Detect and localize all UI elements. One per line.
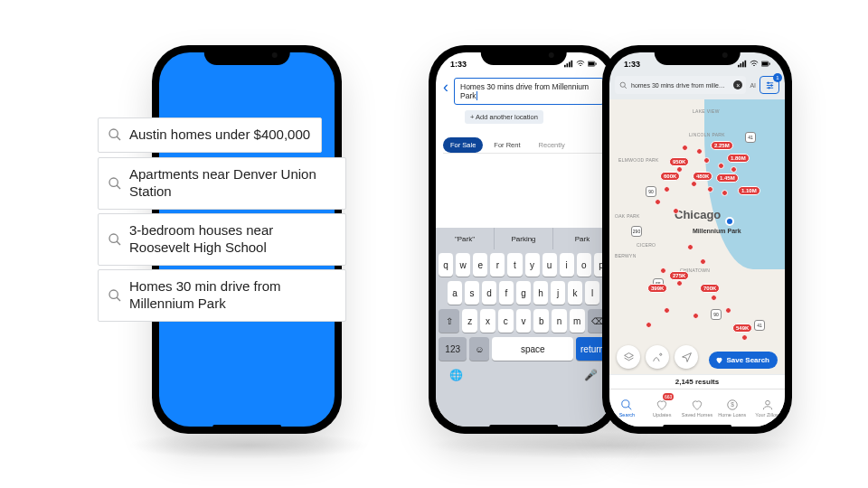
status-time: 1:33	[450, 60, 467, 69]
listing-dot[interactable]	[676, 280, 683, 286]
layers-button[interactable]	[617, 345, 640, 369]
listing-dot[interactable]	[707, 186, 713, 192]
key-h[interactable]: h	[533, 281, 548, 305]
tab-label: Home Loans	[718, 412, 746, 418]
listing-dot[interactable]	[693, 313, 699, 319]
phone-notch	[204, 45, 290, 65]
svg-point-33	[622, 400, 629, 408]
example-query-1[interactable]: Austin homes under $400,000	[98, 117, 322, 153]
listing-price-pill[interactable]: 600K	[660, 172, 680, 181]
search-input[interactable]: Homes 30 mins drive from Millennium Park	[454, 78, 604, 105]
listing-price-pill[interactable]: 399K	[647, 284, 667, 293]
tab-label: Updates	[653, 412, 672, 418]
key-f[interactable]: f	[499, 281, 514, 305]
suggestion-1[interactable]: "Park"	[436, 228, 494, 249]
locate-button[interactable]	[675, 345, 698, 369]
listing-dot[interactable]	[673, 208, 679, 214]
back-button[interactable]: ‹	[443, 78, 448, 97]
key-a[interactable]: a	[448, 281, 462, 305]
listing-dot[interactable]	[660, 267, 666, 274]
draw-button[interactable]	[646, 345, 669, 369]
road-shield: 290	[631, 226, 642, 237]
listing-price-pill[interactable]: 700K	[700, 284, 720, 293]
listing-dot[interactable]	[718, 163, 724, 169]
key-j[interactable]: j	[551, 281, 565, 305]
key-e[interactable]: e	[473, 253, 487, 277]
key-i[interactable]: i	[560, 253, 574, 277]
filter-button[interactable]: 1	[760, 76, 779, 94]
svg-line-3	[117, 185, 120, 189]
key-l[interactable]: l	[585, 281, 599, 305]
search-input[interactable]: homes 30 mins drive from mille… ×	[615, 76, 746, 94]
listing-price-pill[interactable]: 1.80M	[727, 154, 750, 163]
listing-dot[interactable]	[655, 199, 661, 205]
clear-search-icon[interactable]: ×	[733, 80, 742, 89]
key-123[interactable]: 123	[439, 337, 467, 361]
listing-dot[interactable]	[696, 148, 703, 155]
listing-dot[interactable]	[731, 166, 737, 173]
listing-dot[interactable]	[703, 157, 710, 164]
listing-price-pill[interactable]: 1.10M	[738, 186, 760, 195]
add-location-button[interactable]: + Add another location	[465, 110, 543, 124]
svg-rect-20	[762, 62, 768, 66]
tab-home-loans[interactable]: $ Home Loans	[714, 389, 750, 427]
listing-price-pill[interactable]: 2.25M	[711, 141, 733, 150]
listing-price-pill[interactable]: 480K	[693, 172, 712, 181]
home-indicator	[663, 425, 731, 428]
road-shield: 90	[711, 309, 722, 320]
key-v[interactable]: v	[516, 309, 532, 333]
listing-dot[interactable]	[691, 181, 697, 187]
example-query-3[interactable]: 3-bedroom houses near Roosevelt High Sch…	[98, 213, 346, 266]
tab-saved-homes[interactable]: Saved Homes	[680, 389, 715, 427]
listing-dot[interactable]	[682, 145, 688, 151]
listing-dot[interactable]	[646, 322, 652, 328]
key-t[interactable]: t	[507, 253, 522, 277]
listing-price-pill[interactable]: 950K	[669, 157, 689, 166]
listing-dot[interactable]	[741, 334, 748, 341]
example-query-4[interactable]: Homes 30 min drive from Millennium Park	[98, 269, 346, 322]
tab-search[interactable]: Search	[609, 389, 645, 427]
example-query-2[interactable]: Apartments near Denver Union Station	[98, 157, 346, 210]
key-w[interactable]: w	[456, 253, 470, 277]
key-emoji[interactable]: ☺	[469, 337, 489, 361]
listing-price-pill[interactable]: 275K	[669, 271, 689, 280]
tab-your-zillow[interactable]: Your Zillow	[750, 389, 785, 427]
key-space[interactable]: space	[492, 337, 573, 361]
key-s[interactable]: s	[465, 281, 479, 305]
key-u[interactable]: u	[542, 253, 557, 277]
tab-updates[interactable]: 663 Updates	[645, 389, 680, 427]
key-m[interactable]: m	[570, 309, 585, 333]
key-b[interactable]: b	[533, 309, 549, 333]
listing-price-pill[interactable]: 1.45M	[716, 174, 739, 183]
listing-dot[interactable]	[664, 186, 670, 192]
key-q[interactable]: q	[439, 253, 453, 277]
tab-for-rent[interactable]: For Rent	[486, 137, 527, 153]
map[interactable]: Chicago Millennium Park LAKE VIEWLINCOLN…	[609, 99, 785, 374]
tab-for-sale[interactable]: For Sale	[443, 137, 483, 153]
query-text: Homes 30 min drive from Millennium Park	[129, 278, 335, 313]
listing-dot[interactable]	[722, 190, 728, 196]
key-k[interactable]: k	[568, 281, 582, 305]
key-n[interactable]: n	[552, 309, 567, 333]
globe-icon[interactable]: 🌐	[449, 369, 463, 381]
key-x[interactable]: x	[480, 309, 495, 333]
tab-recently[interactable]: Recently	[532, 137, 572, 153]
listing-dot[interactable]	[687, 244, 693, 250]
mic-icon[interactable]: 🎤	[584, 369, 598, 381]
suggestion-2[interactable]: Parking	[494, 228, 552, 249]
key-⇧[interactable]: ⇧	[439, 309, 459, 333]
key-d[interactable]: d	[482, 281, 496, 305]
save-search-button[interactable]: Save Search	[709, 352, 778, 369]
key-y[interactable]: y	[525, 253, 540, 277]
key-r[interactable]: r	[490, 253, 505, 277]
key-o[interactable]: o	[577, 253, 591, 277]
svg-rect-13	[589, 62, 594, 66]
key-z[interactable]: z	[462, 309, 477, 333]
listing-price-pill[interactable]: 549K	[732, 324, 752, 333]
listing-dot[interactable]	[725, 307, 731, 314]
key-c[interactable]: c	[498, 309, 514, 333]
key-g[interactable]: g	[516, 281, 531, 305]
listing-dot[interactable]	[711, 295, 717, 301]
listing-dot[interactable]	[664, 307, 670, 314]
listing-dot[interactable]	[700, 258, 706, 265]
